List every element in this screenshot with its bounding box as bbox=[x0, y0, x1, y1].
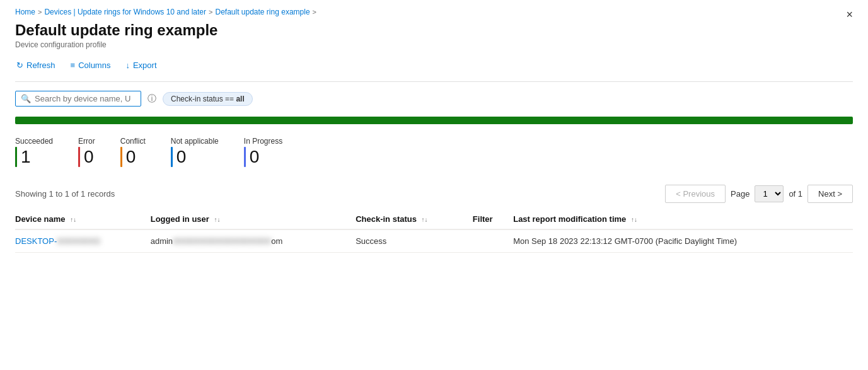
data-table: Device name ↑↓ Logged in user ↑↓ Check-i… bbox=[15, 209, 853, 253]
stat-label: Conflict bbox=[120, 137, 146, 146]
next-button[interactable]: Next > bbox=[807, 185, 853, 203]
pagination-controls: < Previous Page 1 of 1 Next > bbox=[665, 185, 853, 203]
stat-number: 0 bbox=[126, 147, 136, 167]
close-button[interactable]: × bbox=[846, 9, 853, 20]
sort-logged-in-user-icon[interactable]: ↑↓ bbox=[214, 216, 220, 223]
col-logged-in-user-label: Logged in user bbox=[151, 214, 209, 224]
stat-value: 0 bbox=[171, 147, 219, 167]
cell-logged-in-user: adminXXXXXXXXXXXXXXXXXXom bbox=[151, 229, 356, 253]
breadcrumb-sep-1: > bbox=[38, 8, 42, 16]
col-logged-in-user: Logged in user ↑↓ bbox=[151, 209, 356, 229]
breadcrumb-sep-3: > bbox=[313, 8, 316, 16]
logged-in-user-end: om bbox=[271, 236, 282, 246]
stat-bar bbox=[15, 147, 17, 167]
stats-row: Succeeded 1 Error 0 Conflict 0 Not appli… bbox=[15, 132, 853, 172]
stat-number: 0 bbox=[176, 147, 187, 167]
stat-label: Succeeded bbox=[15, 137, 53, 146]
toolbar-divider bbox=[15, 81, 853, 82]
stat-label: Not applicable bbox=[171, 137, 219, 146]
stat-number: 0 bbox=[84, 147, 94, 167]
cell-filter bbox=[473, 229, 513, 253]
device-name-blurred: XXXXXXX3 bbox=[57, 236, 100, 246]
stat-value: 0 bbox=[244, 147, 282, 167]
breadcrumb-sep-2: > bbox=[209, 8, 212, 16]
refresh-button[interactable]: ↻ Refresh bbox=[15, 58, 57, 72]
search-input[interactable] bbox=[35, 94, 136, 103]
breadcrumb: Home > Devices | Update rings for Window… bbox=[15, 8, 853, 16]
filter-badge-value: all bbox=[236, 95, 244, 103]
cell-device-name: DESKTOP-XXXXXXX3 bbox=[15, 229, 151, 253]
stat-item-not-applicable: Not applicable 0 bbox=[171, 137, 219, 167]
progress-bar bbox=[15, 117, 853, 124]
columns-icon: ≡ bbox=[71, 61, 76, 70]
stat-bar bbox=[171, 147, 173, 167]
checkin-status-filter[interactable]: Check-in status == all bbox=[163, 92, 253, 106]
search-box[interactable]: 🔍 bbox=[15, 91, 141, 107]
stat-value: 0 bbox=[78, 147, 95, 167]
export-icon: ↓ bbox=[125, 61, 130, 70]
columns-label: Columns bbox=[78, 61, 110, 70]
info-icon[interactable]: ⓘ bbox=[148, 93, 156, 105]
stat-bar bbox=[78, 147, 80, 167]
stat-number: 1 bbox=[21, 147, 31, 167]
export-label: Export bbox=[133, 61, 157, 70]
stat-number: 0 bbox=[250, 147, 260, 167]
col-last-report-time-label: Last report modification time bbox=[513, 214, 626, 224]
table-header-row: Device name ↑↓ Logged in user ↑↓ Check-i… bbox=[15, 209, 853, 229]
stat-value: 0 bbox=[120, 147, 146, 167]
of-text: of 1 bbox=[789, 189, 802, 199]
stat-label: Error bbox=[78, 137, 95, 146]
page-subtitle: Device configuration profile bbox=[15, 40, 853, 49]
stat-item-in-progress: In Progress 0 bbox=[244, 137, 282, 167]
sort-checkin-status-icon[interactable]: ↑↓ bbox=[422, 216, 428, 223]
refresh-label: Refresh bbox=[26, 61, 55, 70]
stat-label: In Progress bbox=[244, 137, 282, 146]
breadcrumb-home[interactable]: Home bbox=[15, 8, 35, 16]
col-filter-label: Filter bbox=[473, 214, 493, 224]
breadcrumb-devices[interactable]: Devices | Update rings for Windows 10 an… bbox=[44, 8, 206, 16]
col-checkin-status: Check-in status ↑↓ bbox=[356, 209, 473, 229]
page-select[interactable]: 1 bbox=[755, 185, 784, 202]
cell-checkin-status: Success bbox=[356, 229, 473, 253]
columns-button[interactable]: ≡ Columns bbox=[69, 58, 112, 72]
stat-value: 1 bbox=[15, 147, 53, 167]
search-icon: 🔍 bbox=[21, 94, 31, 103]
stat-item-error: Error 0 bbox=[78, 137, 95, 167]
export-button[interactable]: ↓ Export bbox=[124, 58, 158, 72]
pagination-row: Showing 1 to 1 of 1 records < Previous P… bbox=[15, 185, 853, 203]
previous-button[interactable]: < Previous bbox=[665, 185, 726, 203]
col-filter: Filter bbox=[473, 209, 513, 229]
filter-badge-label: Check-in status == bbox=[171, 95, 236, 103]
filter-row: 🔍 ⓘ Check-in status == all bbox=[15, 91, 853, 107]
col-last-report-time: Last report modification time ↑↓ bbox=[513, 209, 853, 229]
col-device-name-label: Device name bbox=[15, 214, 66, 224]
device-name-link[interactable]: DESKTOP-XXXXXXX3 bbox=[15, 236, 100, 246]
stat-item-conflict: Conflict 0 bbox=[120, 137, 146, 167]
logged-in-user-start: admin bbox=[151, 236, 173, 246]
page-title: Default update ring example bbox=[15, 21, 853, 39]
sort-device-name-icon[interactable]: ↑↓ bbox=[70, 216, 76, 223]
sort-last-report-time-icon[interactable]: ↑↓ bbox=[631, 216, 637, 223]
cell-last-report-time: Mon Sep 18 2023 22:13:12 GMT-0700 (Pacif… bbox=[513, 229, 853, 253]
page-label: Page bbox=[731, 189, 749, 199]
stat-bar bbox=[244, 147, 246, 167]
breadcrumb-current[interactable]: Default update ring example bbox=[215, 8, 310, 16]
stat-bar bbox=[120, 147, 122, 167]
showing-text: Showing 1 to 1 of 1 records bbox=[15, 189, 115, 199]
stat-item-succeeded: Succeeded 1 bbox=[15, 137, 53, 167]
col-device-name: Device name ↑↓ bbox=[15, 209, 151, 229]
logged-in-user-blurred: XXXXXXXXXXXXXXXXXX bbox=[173, 236, 271, 246]
table-row: DESKTOP-XXXXXXX3 adminXXXXXXXXXXXXXXXXXX… bbox=[15, 229, 853, 253]
col-checkin-status-label: Check-in status bbox=[356, 214, 417, 224]
toolbar: ↻ Refresh ≡ Columns ↓ Export bbox=[15, 58, 853, 72]
refresh-icon: ↻ bbox=[16, 61, 23, 70]
